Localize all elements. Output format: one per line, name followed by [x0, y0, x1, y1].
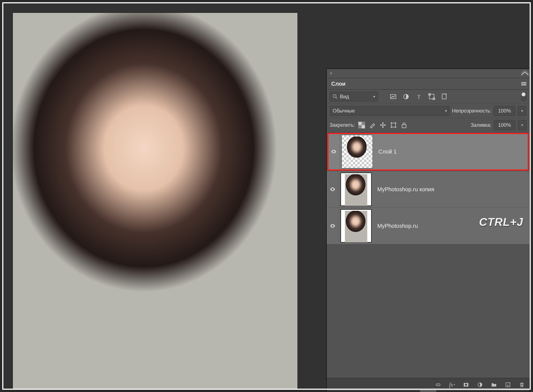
adjustment-filter-icon[interactable] — [403, 93, 409, 100]
lock-pixels-icon[interactable] — [369, 122, 376, 128]
new-layer-icon[interactable] — [504, 381, 512, 388]
visibility-toggle[interactable] — [328, 133, 340, 170]
shortcut-overlay: CTRL+J — [479, 216, 523, 228]
filter-kind-dropdown[interactable]: Вид ▾ — [330, 92, 378, 102]
layer-thumbnail[interactable] — [340, 209, 372, 243]
smartobject-filter-icon[interactable] — [441, 93, 448, 100]
lock-transparency-icon[interactable] — [358, 122, 365, 128]
workspace-background: × Слои Вид ▾ — [3, 3, 530, 389]
fill-label: Заливка: — [471, 122, 491, 128]
layer-filter-row: Вид ▾ T — [327, 90, 529, 104]
layer-thumbnail[interactable] — [340, 173, 372, 206]
layer-row[interactable]: MyPhotoshop.ru копия — [327, 171, 529, 208]
delete-layer-icon[interactable] — [518, 381, 525, 388]
visibility-toggle[interactable] — [327, 171, 339, 207]
document-canvas[interactable] — [13, 13, 297, 389]
collapse-icon[interactable] — [520, 69, 529, 78]
chevron-down-icon: ▾ — [445, 109, 447, 113]
lock-position-icon[interactable] — [380, 122, 386, 128]
adjustment-layer-icon[interactable] — [476, 381, 484, 388]
link-layers-icon[interactable] — [434, 381, 442, 388]
fill-value[interactable]: 100% — [494, 120, 515, 130]
resize-grip[interactable] — [420, 390, 436, 392]
type-filter-icon[interactable]: T — [416, 93, 422, 100]
layers-panel: × Слои Вид ▾ — [326, 69, 530, 392]
lock-label: Закрепить: — [330, 122, 355, 128]
svg-rect-13 — [402, 125, 406, 128]
blend-mode-dropdown[interactable]: Обычные ▾ — [330, 106, 450, 116]
fill-stepper[interactable]: ▾ — [518, 120, 527, 130]
tab-layers[interactable]: Слои — [327, 78, 350, 89]
close-icon[interactable]: × — [327, 69, 335, 78]
filter-kind-label: Вид — [340, 94, 349, 100]
chevron-down-icon: ▾ — [373, 95, 375, 99]
layer-name[interactable]: Слой 1 — [378, 149, 397, 155]
visibility-toggle[interactable] — [327, 208, 339, 244]
opacity-value[interactable]: 100% — [494, 106, 515, 116]
svg-rect-11 — [358, 125, 362, 128]
panel-menu-icon[interactable] — [518, 78, 529, 89]
lock-row: Закрепить: Заливка: 100% ▾ — [327, 118, 529, 132]
portrait-photo — [13, 13, 297, 389]
layer-style-icon[interactable]: fx▾ — [448, 381, 456, 388]
layer-thumbnail[interactable] — [342, 135, 373, 168]
svg-text:T: T — [417, 94, 421, 100]
filter-toggle[interactable] — [521, 92, 527, 101]
layer-name[interactable]: MyPhotoshop.ru копия — [377, 186, 434, 193]
svg-rect-9 — [362, 125, 365, 128]
svg-point-0 — [333, 95, 336, 98]
opacity-label: Непрозрачность: — [452, 108, 491, 114]
layer-mask-icon[interactable] — [462, 381, 470, 388]
shape-filter-icon[interactable] — [428, 93, 435, 100]
pixel-filter-icon[interactable] — [390, 93, 397, 100]
blend-mode-value: Обычные — [333, 108, 355, 114]
new-group-icon[interactable] — [490, 381, 498, 388]
lock-all-icon[interactable] — [401, 122, 407, 128]
svg-point-15 — [465, 384, 467, 386]
layer-name[interactable]: MyPhotoshop.ru — [377, 223, 418, 229]
layer-row[interactable]: Слой 1 — [328, 133, 528, 170]
panel-footer: fx▾ — [327, 378, 529, 391]
svg-rect-12 — [392, 123, 395, 127]
svg-rect-8 — [358, 122, 362, 125]
panel-tabs: Слои — [327, 78, 529, 90]
lock-artboard-icon[interactable] — [390, 122, 397, 128]
svg-rect-4 — [429, 94, 434, 99]
svg-rect-10 — [362, 122, 365, 125]
blend-mode-row: Обычные ▾ Непрозрачность: 100% ▾ — [327, 104, 529, 118]
panel-titlebar[interactable]: × — [327, 69, 529, 78]
opacity-stepper[interactable]: ▾ — [518, 106, 527, 116]
